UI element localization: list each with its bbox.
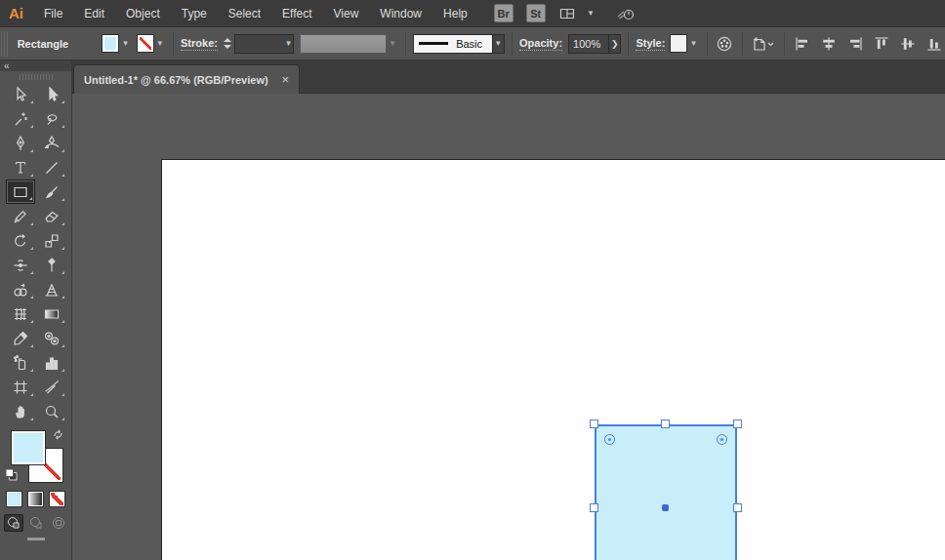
brush-stroke-preview [419, 42, 448, 45]
menu-view[interactable]: View [323, 0, 370, 26]
tool-width[interactable] [6, 253, 35, 277]
tool-magic-wand[interactable] [6, 106, 35, 131]
draw-behind-button[interactable] [26, 514, 46, 532]
resize-handle-n[interactable] [661, 420, 670, 428]
graphic-style-swatch[interactable] [670, 34, 687, 53]
tool-slice[interactable] [37, 375, 66, 399]
hand-icon [12, 403, 29, 420]
menu-edit[interactable]: Edit [73, 0, 115, 26]
swap-fill-stroke-icon[interactable] [51, 428, 65, 441]
tool-paintbrush[interactable] [37, 180, 66, 204]
stroke-weight-label[interactable]: Stroke: [181, 37, 218, 51]
gradient-button[interactable] [27, 491, 44, 507]
tool-direct-selection[interactable] [37, 82, 66, 106]
menu-type[interactable]: Type [171, 0, 218, 26]
opacity-flyout-button[interactable]: ❯ [609, 34, 621, 54]
tool-pencil[interactable] [6, 204, 35, 228]
stroke-chevron-icon[interactable]: ▾ [154, 39, 166, 48]
gpu-performance-icon[interactable] [615, 5, 637, 22]
tool-blend[interactable] [37, 326, 66, 350]
bridge-button[interactable]: Br [494, 4, 514, 22]
horizontal-align-left-icon[interactable] [792, 32, 813, 56]
chevron-down-icon[interactable]: ▾ [589, 9, 594, 18]
live-corner-widget-ne[interactable] [717, 434, 727, 445]
horizontal-align-center-icon[interactable] [818, 32, 840, 56]
rectangle-icon [12, 183, 29, 201]
resize-handle-e[interactable] [733, 503, 742, 512]
artboard-icon [12, 379, 29, 396]
width-profile-chevron-icon[interactable]: ▾ [387, 39, 398, 48]
selected-rectangle[interactable] [595, 424, 737, 560]
default-fill-stroke-icon[interactable] [5, 468, 19, 482]
brush-chevron-button[interactable]: ▾ [493, 34, 505, 54]
menu-effect[interactable]: Effect [271, 0, 322, 26]
tool-selection[interactable] [6, 82, 35, 106]
panel-resize-grip[interactable] [27, 538, 45, 540]
tool-pen[interactable] [6, 131, 35, 155]
resize-handle-nw[interactable] [590, 420, 598, 428]
tool-type[interactable] [6, 155, 35, 180]
tools-panel-grip[interactable] [20, 74, 53, 80]
width-profile-dropdown[interactable] [300, 34, 387, 54]
menu-help[interactable]: Help [432, 0, 478, 26]
vertical-align-center-icon[interactable] [897, 32, 919, 56]
tool-lasso[interactable] [37, 106, 66, 131]
isolate-object-icon[interactable] [750, 32, 777, 56]
vertical-align-bottom-icon[interactable] [924, 32, 945, 56]
stroke-weight-stepper[interactable] [224, 38, 231, 49]
tool-artboard[interactable] [6, 375, 35, 399]
draw-inside-button[interactable] [49, 514, 68, 532]
resize-handle-ne[interactable] [733, 420, 742, 428]
menu-file[interactable]: File [33, 0, 73, 26]
separator [405, 32, 406, 56]
workspace-switcher-icon[interactable] [558, 5, 576, 22]
horizontal-align-right-icon[interactable] [844, 32, 866, 56]
tool-symbol-sprayer[interactable] [6, 350, 35, 375]
vertical-align-top-icon[interactable] [871, 32, 892, 56]
none-button[interactable] [49, 491, 65, 507]
tool-shape-builder[interactable] [6, 277, 35, 301]
menu-object[interactable]: Object [115, 0, 171, 26]
opacity-label[interactable]: Opacity: [519, 37, 562, 51]
tool-curvature[interactable] [37, 131, 66, 155]
fill-chevron-icon[interactable]: ▾ [119, 39, 131, 48]
stock-button[interactable]: St [526, 4, 546, 22]
style-label[interactable]: Style: [636, 37, 665, 51]
puppet-warp-icon [43, 257, 61, 274]
color-button[interactable] [6, 491, 22, 507]
tool-zoom[interactable] [37, 399, 66, 423]
style-chevron-icon[interactable]: ▾ [687, 39, 699, 48]
resize-handle-w[interactable] [590, 503, 598, 512]
tool-puppet-warp[interactable] [37, 253, 66, 277]
tool-column-graph[interactable] [37, 350, 66, 375]
tool-line-segment[interactable] [37, 155, 66, 180]
tool-eraser[interactable] [37, 204, 66, 228]
live-corner-widget-nw[interactable] [604, 434, 615, 445]
tool-gradient[interactable] [37, 301, 66, 326]
recolor-artwork-icon[interactable] [715, 32, 735, 56]
fill-proxy-swatch[interactable] [11, 430, 46, 465]
artboard[interactable] [161, 159, 945, 560]
document-tab[interactable]: Untitled-1* @ 66.67% (RGB/Preview) × [73, 64, 300, 94]
canvas[interactable] [72, 94, 945, 560]
tool-scale[interactable] [37, 228, 66, 253]
collapse-panel-icon[interactable]: « [0, 61, 9, 71]
fill-color-swatch[interactable] [102, 34, 119, 53]
draw-normal-button[interactable] [4, 514, 23, 532]
menu-window[interactable]: Window [369, 0, 432, 26]
stroke-color-swatch[interactable] [137, 34, 154, 53]
tool-mesh[interactable] [6, 301, 35, 326]
stroke-weight-dropdown[interactable]: ▾ [234, 34, 294, 54]
close-tab-icon[interactable]: × [279, 73, 291, 86]
tool-hand[interactable] [6, 399, 35, 423]
tool-rotate[interactable] [6, 228, 35, 253]
tool-perspective-grid[interactable] [37, 277, 66, 301]
menu-select[interactable]: Select [218, 0, 271, 26]
opacity-input[interactable]: 100% [568, 34, 609, 54]
direct-selection-icon [43, 86, 61, 103]
tool-eyedropper[interactable] [6, 326, 35, 350]
tool-rectangle[interactable] [6, 180, 35, 204]
control-bar-grip[interactable] [1, 31, 8, 57]
center-point[interactable] [662, 504, 669, 511]
brush-definition-dropdown[interactable]: Basic [413, 34, 493, 54]
